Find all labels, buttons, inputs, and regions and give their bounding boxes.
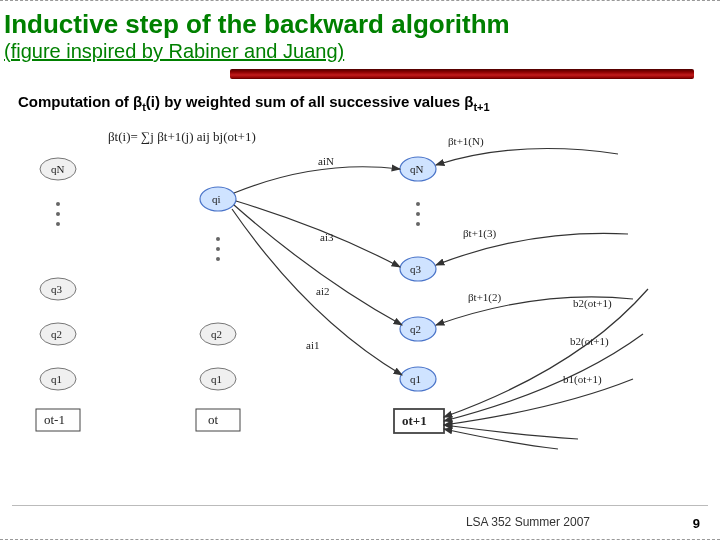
slide-title: Inductive step of the backward algorithm [0,1,720,40]
footer-divider [12,505,708,506]
obs-t: ot [208,412,219,427]
a-i2: ai2 [316,285,329,297]
svg-point-16 [416,202,420,206]
node-q3-left: q3 [51,283,63,295]
svg-point-3 [56,222,60,226]
footer-text: LSA 352 Summer 2007 [466,515,590,529]
transition-edges: aiN ai3 ai2 ai1 [232,155,402,375]
page-number: 9 [693,516,700,531]
a-i1: ai1 [306,339,319,351]
svg-point-18 [416,222,420,226]
divider-bar [230,69,694,79]
node-q1-mid: q1 [211,373,222,385]
formula-text: βt(i)= ∑j βt+1(j) aij bj(ot+1) [108,129,256,144]
right-column: qN q3 q2 q1 ot+1 [394,157,444,433]
b1: b1(ot+1) [563,373,602,386]
svg-point-10 [216,247,220,251]
obs-t-1: ot-1 [44,412,65,427]
node-qi: qi [212,193,221,205]
b2-a: b2(ot+1) [573,297,612,310]
slide: Inductive step of the backward algorithm… [0,0,720,540]
svg-point-2 [56,212,60,216]
left-column: qN q3 q2 q1 ot-1 [36,158,80,431]
dots-right [416,202,420,226]
svg-point-11 [216,257,220,261]
b2-b: b2(ot+1) [570,335,609,348]
node-q1-left: q1 [51,373,62,385]
svg-point-9 [216,237,220,241]
node-qN-right: qN [410,163,424,175]
caption-sub-2: t+1 [473,101,489,113]
node-q1-right: q1 [410,373,421,385]
diagram: βt(i)= ∑j βt+1(j) aij bj(ot+1) qN q3 q2 … [18,119,698,459]
node-q3-right: q3 [410,263,422,275]
a-iN: aiN [318,155,334,167]
beta-2: βt+1(2) [468,291,502,304]
caption-text-1: Computation of β [18,93,142,110]
caption: Computation of βt(i) by weighted sum of … [0,79,720,119]
caption-text-2: (i) by weighted sum of all successive va… [146,93,474,110]
slide-subtitle: (figure inspired by Rabiner and Juang) [0,40,720,69]
beta-3: βt+1(3) [463,227,497,240]
svg-point-17 [416,212,420,216]
node-q2-mid: q2 [211,328,222,340]
node-q2-right: q2 [410,323,421,335]
beta-N: βt+1(N) [448,135,484,148]
middle-column: qi q2 q1 ot [196,187,240,431]
obs-t1: ot+1 [402,413,427,428]
a-i3: ai3 [320,231,334,243]
svg-point-1 [56,202,60,206]
node-q2-left: q2 [51,328,62,340]
node-qN-left: qN [51,163,65,175]
dots-left [56,202,60,226]
footer: LSA 352 Summer 2007 9 [0,505,720,535]
dots-mid [216,237,220,261]
